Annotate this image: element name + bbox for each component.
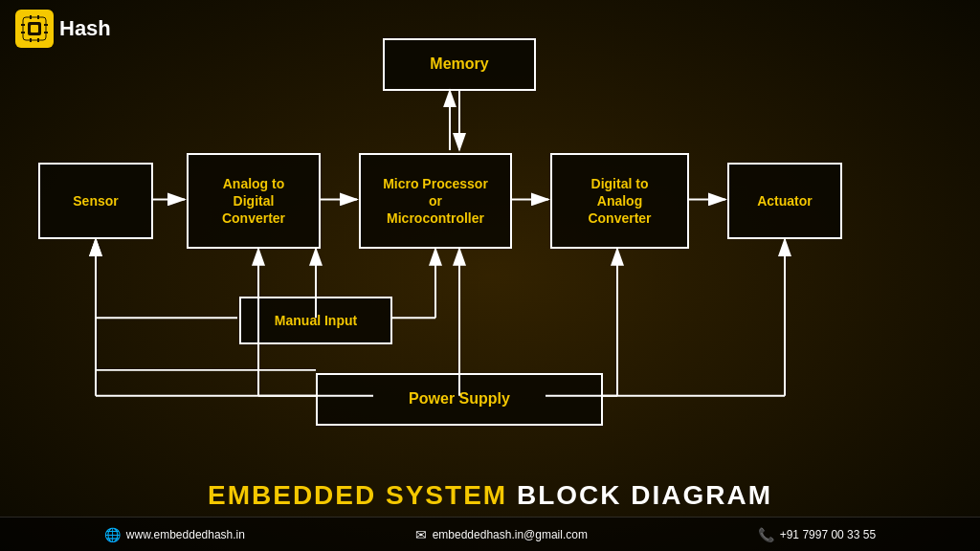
block-diagram: Memory Sensor Analog to Digital Converte… xyxy=(19,29,961,465)
block-actuator: Actuator xyxy=(727,163,842,239)
svg-rect-4 xyxy=(44,24,48,26)
email-icon: ✉ xyxy=(415,527,427,542)
block-adc: Analog to Digital Converter xyxy=(187,153,321,249)
block-mpu: Micro Processor or Microcontroller xyxy=(359,153,512,249)
phone-icon: 📞 xyxy=(758,527,774,542)
main-content: Hash Memory Sensor Analog to Digital Con… xyxy=(0,0,980,551)
block-sensor: Sensor xyxy=(38,163,153,239)
footer: 🌐 www.embeddedhash.in ✉ embeddedhash.in@… xyxy=(0,517,980,551)
title-highlight: EMBEDDED SYSTEM xyxy=(208,480,507,510)
title-rest: BLOCK DIAGRAM xyxy=(507,480,772,510)
page-title: EMBEDDED SYSTEM BLOCK DIAGRAM xyxy=(0,480,980,511)
footer-website: 🌐 www.embeddedhash.in xyxy=(104,527,245,542)
footer-phone: 📞 +91 7997 00 33 55 xyxy=(758,527,876,542)
svg-rect-7 xyxy=(30,15,32,19)
globe-icon: 🌐 xyxy=(104,527,121,542)
block-memory: Memory xyxy=(383,38,536,91)
footer-email: ✉ embeddedhash.in@gmail.com xyxy=(415,527,588,542)
block-power-supply: Power Supply xyxy=(316,373,603,426)
svg-rect-8 xyxy=(37,15,39,19)
svg-rect-3 xyxy=(21,24,25,26)
block-manual-input: Manual Input xyxy=(239,297,392,344)
block-dac: Digital to Analog Converter xyxy=(550,153,689,249)
